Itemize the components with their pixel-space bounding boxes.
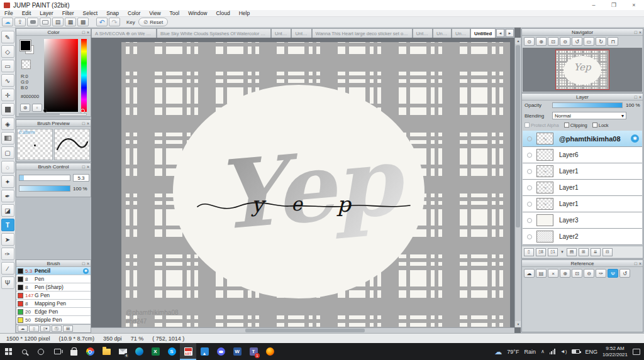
tab-document-1[interactable]: A SHVECOVA ⊕ on We Heart It.jpg xyxy=(91,28,157,38)
menu-color[interactable]: Color xyxy=(123,10,145,16)
popout-icon[interactable]: □ xyxy=(82,163,85,170)
menu-help[interactable]: Help xyxy=(235,10,254,16)
layer-row[interactable]: ~ Layer1 xyxy=(523,180,642,196)
merge-layer-button[interactable]: ⇊ xyxy=(591,248,601,256)
layer-row-active[interactable]: ∿ @phamthikimha08 ✱ xyxy=(523,131,642,147)
tab-document-7[interactable]: Untitled xyxy=(433,28,452,38)
horizontal-scroll-thumb[interactable] xyxy=(245,329,365,332)
chat-panel-button[interactable] xyxy=(40,18,51,26)
select-pen-tool[interactable]: ✒ xyxy=(1,190,14,202)
brush-size-value[interactable]: 5.3 xyxy=(73,174,89,182)
popout-icon[interactable]: □ xyxy=(635,94,637,101)
brush-cloud-download-button[interactable]: ☁ xyxy=(18,325,28,332)
fill-square-tool[interactable] xyxy=(1,103,14,116)
new-layer-button[interactable]: ▯ xyxy=(524,248,534,256)
saturation-value-picker[interactable] xyxy=(44,39,78,112)
tab-document-6[interactable]: Untitled xyxy=(413,28,433,38)
shape-rect-tool[interactable]: ▭ xyxy=(1,60,14,72)
reference-rotate-icon[interactable]: ↺ xyxy=(619,269,630,278)
mail-button[interactable]: 4 xyxy=(114,343,131,360)
menu-file[interactable]: File xyxy=(0,10,18,16)
close-icon[interactable]: × xyxy=(87,163,89,170)
canvas-vertical-scrollbar[interactable]: ▲ ▼ xyxy=(514,38,521,327)
edge-button[interactable] xyxy=(131,343,147,360)
tray-chevron-icon[interactable]: ∧ xyxy=(541,349,545,354)
menu-edit[interactable]: Edit xyxy=(18,10,36,16)
brush-settings-gear-icon[interactable]: ✱ xyxy=(83,268,89,274)
tab-document-8[interactable]: Untitled xyxy=(452,28,470,38)
start-button[interactable] xyxy=(0,343,16,360)
delete-layer-button[interactable]: ⊟ xyxy=(602,248,613,256)
gradient-tool[interactable] xyxy=(1,132,14,145)
palette-button[interactable]: ⊛ xyxy=(20,104,30,112)
brush-size-slider[interactable] xyxy=(19,175,70,181)
popout-icon[interactable]: □ xyxy=(82,260,85,267)
brush-item-pen-sharp[interactable]: 8 Pen (Sharp) xyxy=(16,283,91,292)
navigator-viewport[interactable]: Yep xyxy=(523,48,642,92)
word-button[interactable]: W xyxy=(229,343,245,360)
chrome-button[interactable] xyxy=(82,343,98,360)
visibility-icon[interactable] xyxy=(527,202,532,207)
popout-icon[interactable]: □ xyxy=(82,120,85,127)
lock-icon[interactable]: ⊓ xyxy=(608,37,618,46)
zoom-out-icon[interactable]: ⊖ xyxy=(560,37,570,46)
weather-cloud-icon[interactable]: ☁ xyxy=(494,347,502,356)
brush-item-g-pen[interactable]: 147 G Pen xyxy=(16,292,91,300)
protect-alpha-checkbox[interactable]: Protect Alpha xyxy=(525,123,559,128)
close-icon[interactable]: × xyxy=(639,94,641,101)
teams-button[interactable]: T1 xyxy=(245,343,262,360)
speaker-icon[interactable]: ◄) xyxy=(560,349,567,354)
maximize-button[interactable]: ❐ xyxy=(604,0,624,10)
color-panel-scrollbar[interactable] xyxy=(19,113,87,116)
menu-filter[interactable]: Filter xyxy=(58,10,79,16)
brush-item-stipple-pen[interactable]: 50 Stipple Pen xyxy=(16,316,91,324)
weather-temp[interactable]: 79°F xyxy=(507,349,519,355)
brush-item-edge-pen[interactable]: 20 Edge Pen xyxy=(16,308,91,316)
canvas-horizontal-scrollbar[interactable] xyxy=(91,327,514,333)
lasso-tool[interactable]: ◌ xyxy=(1,161,14,173)
reference-fit-icon[interactable]: ⊡ xyxy=(572,269,582,278)
menu-snap[interactable]: Snap xyxy=(102,10,123,16)
reference-eyedropper-icon[interactable]: ✑ xyxy=(596,269,606,278)
select-rect-tool[interactable]: ▢ xyxy=(1,146,14,159)
rotate-ccw-icon[interactable]: ↺ xyxy=(572,37,582,46)
move-tool[interactable]: ✛ xyxy=(1,89,14,101)
brush-folder-button[interactable]: ▤ xyxy=(63,325,73,332)
material-panel-button[interactable]: ▦ xyxy=(65,18,76,26)
sub-eyedropper-tool[interactable]: ∕ xyxy=(1,262,14,275)
battery-icon[interactable] xyxy=(572,349,580,354)
layer-row[interactable]: ~ Layer1 xyxy=(523,163,642,180)
new-brush-button[interactable]: ▯ xyxy=(29,325,39,332)
canvas-workspace[interactable]: Yep y e p @phamthikimha08 #hd247 xyxy=(91,38,514,327)
opacity-slider[interactable] xyxy=(552,102,623,108)
popout-icon[interactable]: □ xyxy=(635,29,637,36)
object-tool[interactable]: ➤ xyxy=(1,233,14,246)
network-icon[interactable] xyxy=(550,349,555,354)
tab-document-3[interactable]: Untitled xyxy=(271,28,291,38)
menu-layer[interactable]: Layer xyxy=(35,10,57,16)
reference-cloud-icon[interactable]: ☁ xyxy=(524,269,535,278)
layer-settings-gear-icon[interactable]: ✱ xyxy=(631,134,639,143)
visibility-icon[interactable] xyxy=(527,185,532,190)
menu-tool[interactable]: Tool xyxy=(165,10,184,16)
popout-icon[interactable]: □ xyxy=(635,260,637,267)
reference-close-icon[interactable]: × xyxy=(548,269,558,278)
select-eraser-tool[interactable]: ◪ xyxy=(1,204,14,217)
undo-button[interactable]: ↶ xyxy=(96,18,108,26)
brush-opacity-slider[interactable] xyxy=(19,185,70,192)
tab-document-4[interactable]: Untitled xyxy=(291,28,311,38)
navigator-thumbnail[interactable]: Yep xyxy=(555,50,609,90)
close-icon[interactable]: × xyxy=(87,29,89,36)
visibility-icon[interactable] xyxy=(527,169,532,174)
file-explorer-button[interactable] xyxy=(98,343,114,360)
close-icon[interactable]: × xyxy=(87,120,89,127)
transparent-color-swatch[interactable] xyxy=(21,60,31,69)
tab-scroll-right-icon[interactable]: ► xyxy=(506,29,514,37)
hand-tool[interactable]: Ψ xyxy=(1,276,14,289)
clipping-checkbox[interactable]: Clipping xyxy=(564,123,587,128)
action-center-icon[interactable] xyxy=(633,349,640,355)
reference-hand-icon[interactable]: Ψ xyxy=(608,269,618,278)
reset-view-icon[interactable]: ▭ xyxy=(584,37,594,46)
clock[interactable]: 9:52 AM 10/22/2021 xyxy=(602,346,628,357)
visibility-icon[interactable] xyxy=(527,218,532,223)
